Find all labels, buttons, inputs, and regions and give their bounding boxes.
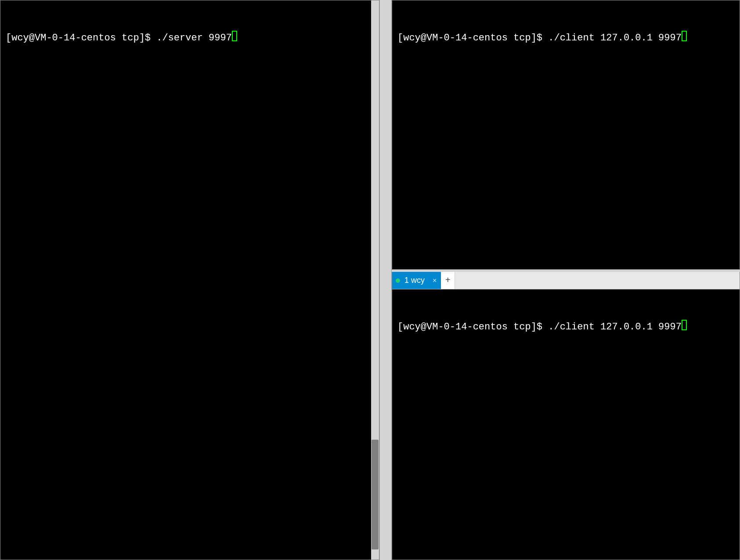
terminal-content[interactable]: [wcy@VM-0-14-centos tcp]$ ./client 127.0… [392, 0, 740, 74]
right-top-terminal-pane: [wcy@VM-0-14-centos tcp]$ ./client 127.0… [392, 0, 740, 270]
terminal-content[interactable]: [wcy@VM-0-14-centos tcp]$ ./client 127.0… [392, 289, 740, 560]
tab-label: 1 wcy [404, 276, 425, 285]
scrollbar-thumb[interactable] [372, 440, 379, 549]
terminal-prompt: [wcy@VM-0-14-centos tcp]$ [397, 321, 548, 334]
terminal-prompt: [wcy@VM-0-14-centos tcp]$ [397, 32, 548, 45]
close-icon[interactable]: × [432, 277, 437, 285]
cursor-icon [232, 31, 237, 41]
terminal-line: [wcy@VM-0-14-centos tcp]$ ./client 127.0… [397, 30, 734, 45]
terminal-content[interactable]: [wcy@VM-0-14-centos tcp]$ ./server 9997 [0, 0, 371, 74]
scrollbar-track[interactable] [371, 0, 379, 560]
vertical-splitter[interactable] [379, 0, 392, 560]
terminal-command: ./server 9997 [156, 32, 232, 45]
left-terminal-pane: [wcy@VM-0-14-centos tcp]$ ./server 9997 [0, 0, 379, 560]
terminal-command: ./client 127.0.0.1 9997 [548, 321, 682, 334]
tab-session-1[interactable]: 1 wcy × [392, 272, 441, 289]
terminal-line: [wcy@VM-0-14-centos tcp]$ ./client 127.0… [397, 319, 734, 334]
terminal-prompt: [wcy@VM-0-14-centos tcp]$ [6, 32, 156, 45]
cursor-icon [682, 320, 687, 330]
cursor-icon [682, 31, 687, 41]
terminal-command: ./client 127.0.0.1 9997 [548, 32, 682, 45]
tab-bar: 1 wcy × + [392, 272, 740, 289]
add-tab-button[interactable]: + [441, 272, 455, 289]
plus-icon: + [445, 275, 451, 285]
terminal-line: [wcy@VM-0-14-centos tcp]$ ./server 9997 [6, 30, 366, 45]
right-bottom-terminal-pane: 1 wcy × + [wcy@VM-0-14-centos tcp]$ ./cl… [392, 272, 740, 560]
status-dot-icon [396, 278, 400, 283]
